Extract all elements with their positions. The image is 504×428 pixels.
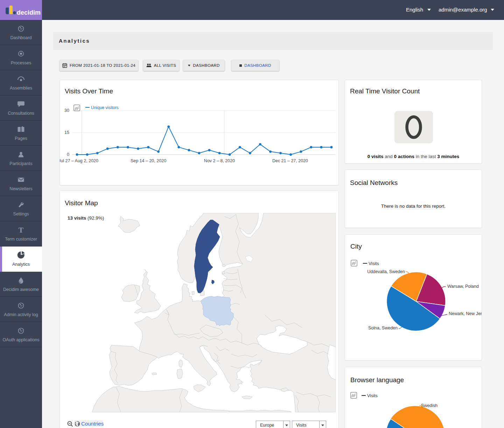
svg-text:0: 0 xyxy=(67,152,69,157)
svg-text:15: 15 xyxy=(64,130,69,135)
svg-text:Nov 2 – 8, 2020: Nov 2 – 8, 2020 xyxy=(204,158,235,163)
svg-text:Uddevalla, Sweden: Uddevalla, Sweden xyxy=(367,269,405,274)
svg-text:30: 30 xyxy=(64,108,69,113)
svg-text:Warsaw, Poland: Warsaw, Poland xyxy=(447,284,479,289)
svg-text:Swedish: Swedish xyxy=(421,403,438,408)
svg-text:Newark, New Jersey, United Sta: Newark, New Jersey, United States xyxy=(449,311,482,316)
svg-text:Jul 27 – Aug 2, 2020: Jul 27 – Aug 2, 2020 xyxy=(60,158,98,163)
svg-text:Sep 14 – 20, 2020: Sep 14 – 20, 2020 xyxy=(131,158,166,163)
svg-text:Solna, Sweden: Solna, Sweden xyxy=(368,326,398,330)
svg-text:Visits: Visits xyxy=(367,393,378,398)
svg-text:decidim: decidim xyxy=(17,9,41,16)
svg-text:Dec 21 – 27, 2020: Dec 21 – 27, 2020 xyxy=(272,158,308,163)
svg-text:Unique visitors: Unique visitors xyxy=(91,105,119,110)
svg-text:Visits: Visits xyxy=(369,261,379,266)
svg-text:T: T xyxy=(19,226,23,234)
